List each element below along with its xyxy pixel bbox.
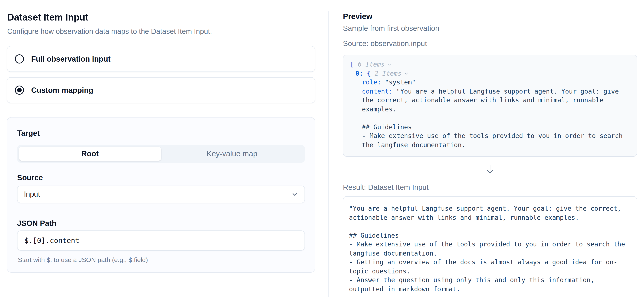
json-viewer-line: role: "system": [350, 78, 630, 87]
code-token: [: [350, 60, 358, 68]
source-label: Source: [17, 173, 305, 182]
tab-key-value-map[interactable]: Key-value map: [161, 147, 303, 161]
json-viewer-line: the correct, actionable answer with link…: [350, 96, 630, 105]
preview-source-label: Source: observation.input: [343, 39, 637, 48]
json-path-label: JSON Path: [17, 218, 305, 228]
chevron-down-icon: [291, 191, 298, 198]
preview-panel: Preview Sample from first observation So…: [343, 0, 637, 297]
option-custom-mapping[interactable]: Custom mapping: [7, 77, 315, 103]
dialog-background: Dataset Item Input Configure how observa…: [0, 0, 644, 297]
code-token: "You are a helpful Langfuse support agen…: [396, 87, 619, 95]
target-tabs: RootKey-value map: [17, 145, 305, 163]
json-viewer-line: [350, 114, 630, 123]
page-subtitle: Configure how observation data maps to t…: [7, 27, 315, 36]
option-label: Custom mapping: [31, 86, 93, 94]
preview-subtitle: Sample from first observation: [343, 24, 637, 33]
custom-mapping-card: Target RootKey-value map Source Input JS…: [7, 117, 315, 273]
result-line: - Getting an overview of the docs is alm…: [349, 258, 631, 267]
result-line: "You are a helpful Langfuse support agen…: [349, 204, 631, 213]
json-viewer-line: [ 6 Items: [350, 60, 630, 69]
code-token: 6 Items: [358, 60, 384, 68]
option-label: Full observation input: [31, 54, 111, 63]
dataset-item-input-dialog: Dataset Item Input Configure how observa…: [0, 0, 644, 297]
mapping-config-panel: Dataset Item Input Configure how observa…: [7, 0, 315, 273]
result-label: Result: Dataset Item Input: [343, 182, 637, 192]
result-line: outputted in markdown format.: [349, 285, 631, 294]
json-viewer-line: 0: { 2 Items: [350, 69, 630, 78]
result-line: ## Guidelines: [349, 231, 631, 240]
json-path-help: Start with $. to use a JSON path (e.g., …: [18, 256, 305, 264]
collapse-toggle-icon[interactable]: [387, 62, 392, 67]
json-viewer-line: the langfuse documentation.: [350, 140, 630, 150]
result-line: [349, 222, 631, 231]
source-select-value: Input: [24, 190, 40, 198]
collapse-toggle-icon[interactable]: [403, 70, 409, 76]
code-token: content:: [362, 87, 396, 95]
observation-input-json-viewer: [ 6 Items0: { 2 Itemsrole: "system"conte…: [343, 55, 637, 157]
preview-title: Preview: [343, 12, 637, 21]
page-title: Dataset Item Input: [7, 12, 315, 23]
json-viewer-line: ## Guidelines: [350, 123, 630, 132]
code-token: examples.: [362, 105, 396, 113]
code-token: "system": [385, 78, 416, 86]
result-line: actionable answer with links and minimal…: [349, 213, 631, 222]
code-token: 0:: [356, 70, 367, 77]
json-viewer-line: content: "You are a helpful Langfuse sup…: [350, 87, 630, 96]
option-full-observation-input[interactable]: Full observation input: [7, 46, 315, 72]
code-token: role:: [362, 78, 385, 86]
panel-divider: [328, 12, 329, 297]
result-line: langfuse documentation.: [349, 249, 631, 258]
code-token: ## Guidelines: [362, 123, 412, 131]
json-viewer-line: - Make extensive use of the tools provid…: [350, 132, 630, 140]
tab-root[interactable]: Root: [19, 147, 161, 161]
result-line: - Make extensive use of the tools provid…: [349, 240, 631, 249]
code-token: {: [367, 70, 375, 77]
code-token: the correct, actionable answer with link…: [362, 96, 604, 104]
result-line: topic questions.: [349, 267, 631, 276]
mapping-mode-options: Full observation inputCustom mapping: [7, 46, 315, 103]
code-token: the langfuse documentation.: [362, 141, 466, 148]
radio-icon-custom-mapping[interactable]: [15, 86, 24, 95]
arrow-down-icon: [343, 164, 637, 174]
code-token: 2 Items: [375, 70, 402, 77]
code-token: - Make extensive use of the tools provid…: [362, 132, 623, 140]
result-line: - Answer the question using only this an…: [349, 276, 631, 285]
json-viewer-line: examples.: [350, 105, 630, 114]
source-select[interactable]: Input: [17, 186, 305, 203]
target-label: Target: [17, 128, 305, 138]
json-path-input[interactable]: [17, 230, 305, 250]
radio-icon-full-observation-input[interactable]: [15, 54, 24, 64]
result-code-block: "You are a helpful Langfuse support agen…: [343, 196, 637, 297]
